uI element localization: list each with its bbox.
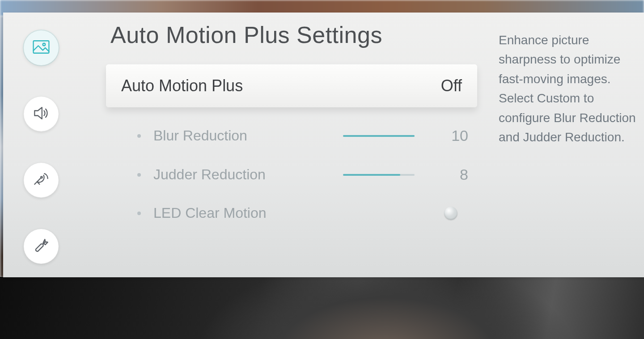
setting-label: Blur Reduction: [153, 127, 323, 144]
toggle-indicator[interactable]: [444, 207, 458, 220]
picture-icon: [31, 37, 51, 59]
sub-settings-list: Blur Reduction 10 Judder Reduction 8 LED…: [110, 116, 482, 232]
bullet-icon: [137, 173, 141, 177]
sidebar-item-picture[interactable]: [24, 30, 59, 65]
settings-sidebar: [3, 13, 79, 277]
settings-panel: Auto Motion Plus Settings Auto Motion Pl…: [3, 13, 644, 277]
setting-auto-motion-plus[interactable]: Auto Motion Plus Off: [106, 64, 477, 107]
svg-point-1: [43, 43, 46, 46]
setting-judder-reduction[interactable]: Judder Reduction 8: [110, 155, 482, 194]
setting-led-clear-motion[interactable]: LED Clear Motion: [110, 194, 482, 232]
slider-track[interactable]: [343, 135, 415, 137]
svg-point-2: [41, 177, 42, 178]
sound-icon: [31, 103, 51, 125]
slider-track[interactable]: [343, 174, 415, 176]
settings-main: Auto Motion Plus Settings Auto Motion Pl…: [79, 13, 486, 277]
setting-value: Off: [441, 76, 462, 95]
satellite-icon: [31, 170, 51, 191]
sidebar-item-sound[interactable]: [24, 97, 59, 131]
page-title: Auto Motion Plus Settings: [110, 21, 482, 48]
setting-label: Judder Reduction: [153, 166, 323, 183]
svg-rect-0: [34, 41, 49, 53]
setting-label: Auto Motion Plus: [121, 76, 243, 95]
setting-description: Enhance picture sharpness to optimize fa…: [486, 13, 644, 277]
setting-value: 8: [441, 166, 468, 183]
background-video-strip: [0, 277, 644, 339]
setting-value: 10: [441, 127, 468, 144]
slider-fill: [343, 135, 415, 137]
setting-blur-reduction[interactable]: Blur Reduction 10: [110, 116, 482, 155]
sidebar-item-broadcast[interactable]: [24, 163, 59, 198]
bullet-icon: [137, 134, 141, 138]
slider-fill: [343, 174, 400, 176]
setting-label: LED Clear Motion: [153, 205, 323, 221]
sidebar-item-general[interactable]: [24, 229, 59, 264]
bullet-icon: [137, 212, 141, 215]
wrench-icon: [31, 236, 51, 257]
